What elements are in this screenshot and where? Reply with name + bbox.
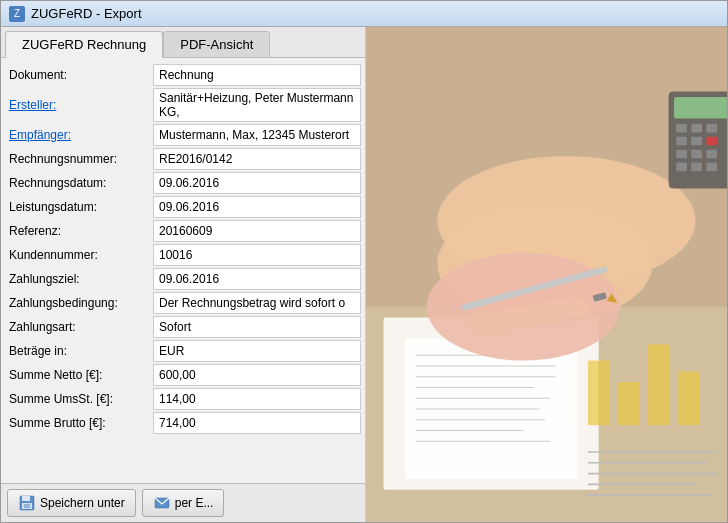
svg-rect-40: [676, 150, 687, 159]
form-value-10: Sofort: [153, 316, 361, 338]
svg-rect-34: [676, 124, 687, 133]
save-button-label: Speichern unter: [40, 496, 125, 510]
email-button-label: per E...: [175, 496, 214, 510]
form-label-12: Summe Netto [€]:: [5, 364, 153, 386]
svg-rect-33: [674, 97, 727, 119]
form-row: Ersteller:Sanitär+Heizung, Peter Musterm…: [5, 88, 361, 122]
form-label-5: Leistungsdatum:: [5, 196, 153, 218]
save-icon: [18, 494, 36, 512]
form-label-2[interactable]: Empfänger:: [5, 124, 153, 146]
window-title: ZUGFeRD - Export: [31, 6, 142, 21]
form-row: Zahlungsbedingung:Der Rechnungsbetrag wi…: [5, 292, 361, 314]
form-label-13: Summe UmsSt. [€]:: [5, 388, 153, 410]
svg-rect-42: [706, 150, 717, 159]
tab-bar: ZUGFeRD Rechnung PDF-Ansicht: [1, 27, 365, 58]
title-bar: Z ZUGFeRD - Export: [1, 1, 727, 27]
svg-rect-43: [676, 163, 687, 172]
svg-point-28: [552, 297, 591, 316]
form-value-4: 09.06.2016: [153, 172, 361, 194]
form-value-14: 714,00: [153, 412, 361, 434]
svg-rect-21: [678, 371, 700, 425]
svg-rect-41: [691, 150, 702, 159]
form-row: Summe Brutto [€]:714,00: [5, 412, 361, 434]
form-value-9: Der Rechnungsbetrag wird sofort o: [153, 292, 361, 314]
form-value-3: RE2016/0142: [153, 148, 361, 170]
svg-rect-37: [676, 137, 687, 146]
form-row: Leistungsdatum:09.06.2016: [5, 196, 361, 218]
form-value-2: Mustermann, Max, 12345 Musterort: [153, 124, 361, 146]
email-button[interactable]: per E...: [142, 489, 225, 517]
svg-rect-3: [24, 504, 30, 508]
form-label-6: Referenz:: [5, 220, 153, 242]
svg-rect-20: [648, 344, 670, 425]
form-value-11: EUR: [153, 340, 361, 362]
form-value-1: Sanitär+Heizung, Peter Mustermann KG,: [153, 88, 361, 122]
form-row: Summe Netto [€]:600,00: [5, 364, 361, 386]
right-panel: [366, 27, 727, 522]
form-label-11: Beträge in:: [5, 340, 153, 362]
svg-rect-45: [706, 163, 717, 172]
form-label-0: Dokument:: [5, 64, 153, 86]
form-value-7: 10016: [153, 244, 361, 266]
form-row: Zahlungsziel:09.06.2016: [5, 268, 361, 290]
form-label-10: Zahlungsart:: [5, 316, 153, 338]
svg-rect-39: [706, 137, 717, 146]
form-label-4: Rechnungsdatum:: [5, 172, 153, 194]
form-row: Referenz:20160609: [5, 220, 361, 242]
form-label-1[interactable]: Ersteller:: [5, 88, 153, 122]
form-row: Dokument:Rechnung: [5, 64, 361, 86]
form-label-9: Zahlungsbedingung:: [5, 292, 153, 314]
save-button[interactable]: Speichern unter: [7, 489, 136, 517]
tab-zugferd[interactable]: ZUGFeRD Rechnung: [5, 31, 163, 58]
form-row: Rechnungsdatum:09.06.2016: [5, 172, 361, 194]
app-icon: Z: [9, 6, 25, 22]
form-value-6: 20160609: [153, 220, 361, 242]
form-value-13: 114,00: [153, 388, 361, 410]
form-row: Kundennummer:10016: [5, 244, 361, 266]
svg-rect-38: [691, 137, 702, 146]
bottom-bar: Speichern unter per E...: [1, 483, 365, 522]
form-value-0: Rechnung: [153, 64, 361, 86]
form-label-8: Zahlungsziel:: [5, 268, 153, 290]
form-row: Zahlungsart:Sofort: [5, 316, 361, 338]
form-value-8: 09.06.2016: [153, 268, 361, 290]
form-row: Rechnungsnummer:RE2016/0142: [5, 148, 361, 170]
form-row: Beträge in:EUR: [5, 340, 361, 362]
form-label-3: Rechnungsnummer:: [5, 148, 153, 170]
tab-pdf[interactable]: PDF-Ansicht: [163, 31, 270, 57]
left-panel: ZUGFeRD Rechnung PDF-Ansicht Dokument:Re…: [1, 27, 366, 522]
form-value-12: 600,00: [153, 364, 361, 386]
svg-rect-44: [691, 163, 702, 172]
svg-rect-36: [706, 124, 717, 133]
email-icon: [153, 494, 171, 512]
main-window: Z ZUGFeRD - Export ZUGFeRD Rechnung PDF-…: [0, 0, 728, 523]
form-row: Summe UmsSt. [€]:114,00: [5, 388, 361, 410]
form-row: Empfänger:Mustermann, Max, 12345 Mustero…: [5, 124, 361, 146]
form-label-14: Summe Brutto [€]:: [5, 412, 153, 434]
svg-rect-18: [588, 361, 610, 426]
form-area: Dokument:RechnungErsteller:Sanitär+Heizu…: [1, 58, 365, 483]
svg-rect-35: [691, 124, 702, 133]
svg-rect-19: [618, 382, 640, 425]
photo-background: [366, 27, 727, 522]
main-content: ZUGFeRD Rechnung PDF-Ansicht Dokument:Re…: [1, 27, 727, 522]
form-value-5: 09.06.2016: [153, 196, 361, 218]
form-label-7: Kundennummer:: [5, 244, 153, 266]
svg-rect-1: [22, 496, 30, 501]
